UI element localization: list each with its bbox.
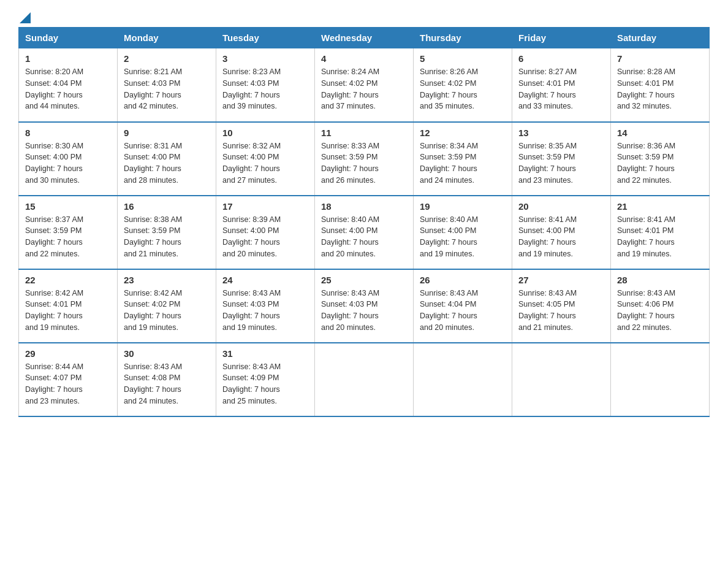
day-info: Sunrise: 8:23 AM Sunset: 4:03 PM Dayligh… bbox=[222, 66, 308, 112]
logo-content bbox=[18, 12, 31, 21]
calendar-cell: 23 Sunrise: 8:42 AM Sunset: 4:02 PM Dayl… bbox=[118, 269, 216, 343]
week-row-2: 8 Sunrise: 8:30 AM Sunset: 4:00 PM Dayli… bbox=[19, 122, 710, 196]
calendar-cell: 24 Sunrise: 8:43 AM Sunset: 4:03 PM Dayl… bbox=[216, 269, 315, 343]
day-info: Sunrise: 8:41 AM Sunset: 4:01 PM Dayligh… bbox=[617, 214, 703, 260]
day-number: 24 bbox=[222, 275, 308, 285]
calendar-cell: 25 Sunrise: 8:43 AM Sunset: 4:03 PM Dayl… bbox=[315, 269, 414, 343]
day-number: 10 bbox=[222, 128, 308, 138]
day-info: Sunrise: 8:43 AM Sunset: 4:08 PM Dayligh… bbox=[124, 361, 210, 407]
week-row-3: 15 Sunrise: 8:37 AM Sunset: 3:59 PM Dayl… bbox=[19, 196, 710, 269]
day-header-saturday: Saturday bbox=[611, 28, 710, 48]
calendar-cell bbox=[512, 343, 611, 416]
calendar-cell: 22 Sunrise: 8:42 AM Sunset: 4:01 PM Dayl… bbox=[19, 269, 118, 343]
day-number: 9 bbox=[124, 128, 210, 138]
logo-triangle-icon bbox=[20, 12, 31, 23]
calendar-cell: 8 Sunrise: 8:30 AM Sunset: 4:00 PM Dayli… bbox=[19, 122, 118, 196]
week-row-4: 22 Sunrise: 8:42 AM Sunset: 4:01 PM Dayl… bbox=[19, 269, 710, 343]
calendar-cell: 17 Sunrise: 8:39 AM Sunset: 4:00 PM Dayl… bbox=[216, 196, 315, 269]
day-info: Sunrise: 8:36 AM Sunset: 3:59 PM Dayligh… bbox=[617, 140, 703, 186]
calendar-cell: 11 Sunrise: 8:33 AM Sunset: 3:59 PM Dayl… bbox=[315, 122, 414, 196]
day-info: Sunrise: 8:40 AM Sunset: 4:00 PM Dayligh… bbox=[321, 214, 407, 260]
logo bbox=[18, 12, 31, 21]
day-number: 30 bbox=[124, 348, 210, 359]
day-number: 31 bbox=[222, 348, 308, 359]
day-number: 12 bbox=[420, 128, 506, 138]
header-row: SundayMondayTuesdayWednesdayThursdayFrid… bbox=[19, 28, 710, 48]
day-info: Sunrise: 8:41 AM Sunset: 4:00 PM Dayligh… bbox=[518, 214, 604, 260]
page-header bbox=[18, 12, 710, 21]
calendar-cell: 26 Sunrise: 8:43 AM Sunset: 4:04 PM Dayl… bbox=[414, 269, 512, 343]
calendar-cell bbox=[611, 343, 710, 416]
calendar-cell: 19 Sunrise: 8:40 AM Sunset: 4:00 PM Dayl… bbox=[414, 196, 512, 269]
day-info: Sunrise: 8:33 AM Sunset: 3:59 PM Dayligh… bbox=[321, 140, 407, 186]
calendar-cell: 1 Sunrise: 8:20 AM Sunset: 4:04 PM Dayli… bbox=[19, 48, 118, 122]
day-number: 20 bbox=[518, 201, 604, 212]
day-number: 23 bbox=[124, 275, 210, 285]
day-number: 6 bbox=[518, 53, 604, 64]
day-number: 13 bbox=[518, 128, 604, 138]
week-row-5: 29 Sunrise: 8:44 AM Sunset: 4:07 PM Dayl… bbox=[19, 343, 710, 416]
calendar-cell: 9 Sunrise: 8:31 AM Sunset: 4:00 PM Dayli… bbox=[118, 122, 216, 196]
day-info: Sunrise: 8:34 AM Sunset: 3:59 PM Dayligh… bbox=[420, 140, 506, 186]
day-info: Sunrise: 8:26 AM Sunset: 4:02 PM Dayligh… bbox=[420, 66, 506, 112]
day-number: 14 bbox=[617, 128, 703, 138]
day-info: Sunrise: 8:20 AM Sunset: 4:04 PM Dayligh… bbox=[25, 66, 111, 112]
day-info: Sunrise: 8:38 AM Sunset: 3:59 PM Dayligh… bbox=[124, 214, 210, 260]
calendar-cell: 3 Sunrise: 8:23 AM Sunset: 4:03 PM Dayli… bbox=[216, 48, 315, 122]
day-info: Sunrise: 8:42 AM Sunset: 4:01 PM Dayligh… bbox=[25, 288, 111, 334]
calendar-cell: 5 Sunrise: 8:26 AM Sunset: 4:02 PM Dayli… bbox=[414, 48, 512, 122]
calendar-table: SundayMondayTuesdayWednesdayThursdayFrid… bbox=[18, 27, 710, 417]
day-info: Sunrise: 8:43 AM Sunset: 4:03 PM Dayligh… bbox=[321, 288, 407, 334]
calendar-cell: 16 Sunrise: 8:38 AM Sunset: 3:59 PM Dayl… bbox=[118, 196, 216, 269]
day-number: 29 bbox=[25, 348, 111, 359]
day-info: Sunrise: 8:30 AM Sunset: 4:00 PM Dayligh… bbox=[25, 140, 111, 186]
day-info: Sunrise: 8:42 AM Sunset: 4:02 PM Dayligh… bbox=[124, 288, 210, 334]
day-number: 22 bbox=[25, 275, 111, 285]
calendar-cell: 4 Sunrise: 8:24 AM Sunset: 4:02 PM Dayli… bbox=[315, 48, 414, 122]
calendar-cell: 10 Sunrise: 8:32 AM Sunset: 4:00 PM Dayl… bbox=[216, 122, 315, 196]
calendar-cell: 13 Sunrise: 8:35 AM Sunset: 3:59 PM Dayl… bbox=[512, 122, 611, 196]
day-number: 17 bbox=[222, 201, 308, 212]
calendar-cell bbox=[414, 343, 512, 416]
day-info: Sunrise: 8:40 AM Sunset: 4:00 PM Dayligh… bbox=[420, 214, 506, 260]
day-number: 3 bbox=[222, 53, 308, 64]
day-number: 4 bbox=[321, 53, 407, 64]
calendar-cell: 28 Sunrise: 8:43 AM Sunset: 4:06 PM Dayl… bbox=[611, 269, 710, 343]
day-info: Sunrise: 8:28 AM Sunset: 4:01 PM Dayligh… bbox=[617, 66, 703, 112]
day-info: Sunrise: 8:43 AM Sunset: 4:09 PM Dayligh… bbox=[222, 361, 308, 407]
day-number: 26 bbox=[420, 275, 506, 285]
day-number: 7 bbox=[617, 53, 703, 64]
day-number: 27 bbox=[518, 275, 604, 285]
day-number: 1 bbox=[25, 53, 111, 64]
day-info: Sunrise: 8:24 AM Sunset: 4:02 PM Dayligh… bbox=[321, 66, 407, 112]
day-info: Sunrise: 8:43 AM Sunset: 4:06 PM Dayligh… bbox=[617, 288, 703, 334]
calendar-cell: 2 Sunrise: 8:21 AM Sunset: 4:03 PM Dayli… bbox=[118, 48, 216, 122]
day-info: Sunrise: 8:43 AM Sunset: 4:04 PM Dayligh… bbox=[420, 288, 506, 334]
calendar-cell: 27 Sunrise: 8:43 AM Sunset: 4:05 PM Dayl… bbox=[512, 269, 611, 343]
day-info: Sunrise: 8:43 AM Sunset: 4:05 PM Dayligh… bbox=[518, 288, 604, 334]
day-header-thursday: Thursday bbox=[414, 28, 512, 48]
day-number: 2 bbox=[124, 53, 210, 64]
day-header-wednesday: Wednesday bbox=[315, 28, 414, 48]
day-number: 15 bbox=[25, 201, 111, 212]
day-info: Sunrise: 8:31 AM Sunset: 4:00 PM Dayligh… bbox=[124, 140, 210, 186]
calendar-cell: 31 Sunrise: 8:43 AM Sunset: 4:09 PM Dayl… bbox=[216, 343, 315, 416]
week-row-1: 1 Sunrise: 8:20 AM Sunset: 4:04 PM Dayli… bbox=[19, 48, 710, 122]
calendar-cell bbox=[315, 343, 414, 416]
day-info: Sunrise: 8:35 AM Sunset: 3:59 PM Dayligh… bbox=[518, 140, 604, 186]
day-header-sunday: Sunday bbox=[19, 28, 118, 48]
calendar-cell: 29 Sunrise: 8:44 AM Sunset: 4:07 PM Dayl… bbox=[19, 343, 118, 416]
day-number: 25 bbox=[321, 275, 407, 285]
day-header-tuesday: Tuesday bbox=[216, 28, 315, 48]
calendar-cell: 21 Sunrise: 8:41 AM Sunset: 4:01 PM Dayl… bbox=[611, 196, 710, 269]
day-info: Sunrise: 8:44 AM Sunset: 4:07 PM Dayligh… bbox=[25, 361, 111, 407]
day-number: 18 bbox=[321, 201, 407, 212]
calendar-cell: 14 Sunrise: 8:36 AM Sunset: 3:59 PM Dayl… bbox=[611, 122, 710, 196]
day-number: 8 bbox=[25, 128, 111, 138]
calendar-cell: 30 Sunrise: 8:43 AM Sunset: 4:08 PM Dayl… bbox=[118, 343, 216, 416]
day-info: Sunrise: 8:32 AM Sunset: 4:00 PM Dayligh… bbox=[222, 140, 308, 186]
day-info: Sunrise: 8:37 AM Sunset: 3:59 PM Dayligh… bbox=[25, 214, 111, 260]
day-number: 11 bbox=[321, 128, 407, 138]
svg-marker-0 bbox=[20, 12, 31, 23]
day-header-friday: Friday bbox=[512, 28, 611, 48]
